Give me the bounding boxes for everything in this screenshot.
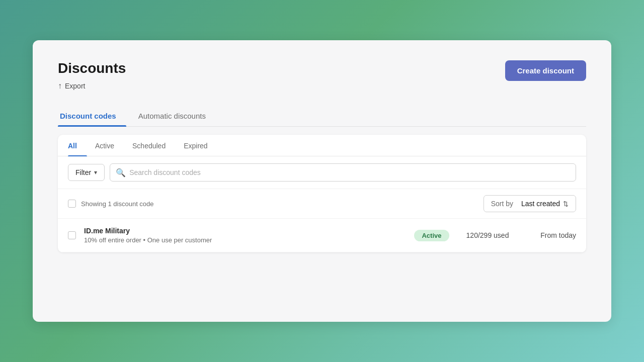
export-button[interactable]: ↑ Export	[58, 81, 85, 90]
primary-tabs: Discount codes Automatic discounts	[58, 107, 586, 127]
sort-button[interactable]: Sort by Last created ⇅	[484, 195, 576, 212]
search-wrapper: 🔍	[110, 163, 576, 182]
row-checkbox[interactable]	[68, 231, 76, 239]
sort-label: Sort by	[491, 200, 513, 208]
discount-info: ID.me Military 10% off entire order • On…	[84, 227, 406, 244]
discount-row: ID.me Military 10% off entire order • On…	[58, 219, 586, 252]
export-icon: ↑	[58, 81, 62, 90]
tab-all[interactable]: All	[68, 135, 87, 156]
filter-chevron-icon: ▾	[94, 169, 97, 176]
table-header-row: Showing 1 discount code Sort by Last cre…	[58, 189, 586, 219]
discount-description: 10% off entire order • One use per custo…	[84, 236, 406, 244]
export-label: Export	[65, 82, 85, 90]
filter-button[interactable]: Filter ▾	[68, 164, 105, 181]
sort-arrows-icon: ⇅	[563, 200, 569, 208]
sort-value: Last created	[521, 200, 560, 208]
tab-scheduled[interactable]: Scheduled	[132, 135, 176, 156]
content-card: All Active Scheduled Expired Filter ▾ 🔍 …	[58, 135, 586, 252]
filter-label: Filter	[75, 168, 91, 176]
tab-discount-codes[interactable]: Discount codes	[58, 107, 126, 126]
status-badge: Active	[414, 230, 449, 241]
tab-active[interactable]: Active	[95, 135, 124, 156]
filter-bar: Filter ▾ 🔍	[58, 156, 586, 189]
tab-automatic-discounts[interactable]: Automatic discounts	[136, 107, 216, 126]
sort-spacer	[516, 200, 518, 208]
page-header: Discounts ↑ Export Create discount	[58, 60, 586, 90]
search-icon: 🔍	[116, 168, 126, 177]
header-checkbox-wrapper	[68, 200, 76, 208]
discount-name: ID.me Military	[84, 227, 406, 235]
search-input[interactable]	[110, 163, 576, 182]
select-all-checkbox[interactable]	[68, 200, 76, 208]
secondary-tabs: All Active Scheduled Expired	[58, 135, 586, 156]
showing-text: Showing 1 discount code	[81, 200, 484, 208]
date-text: From today	[526, 231, 576, 239]
create-discount-button[interactable]: Create discount	[505, 60, 586, 81]
tab-expired[interactable]: Expired	[184, 135, 217, 156]
page-header-left: Discounts ↑ Export	[58, 60, 126, 90]
page-title: Discounts	[58, 60, 126, 76]
usage-text: 120/299 used	[457, 231, 518, 239]
main-card: Discounts ↑ Export Create discount Disco…	[33, 40, 611, 322]
